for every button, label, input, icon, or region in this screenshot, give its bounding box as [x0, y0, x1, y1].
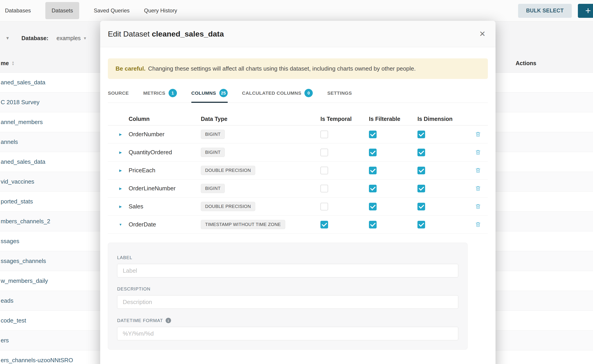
database-filter-label: Database: — [21, 35, 48, 41]
label-input[interactable] — [117, 264, 458, 277]
dataset-link[interactable]: aned_sales_data — [1, 79, 45, 86]
calculated-columns-count-badge: 0 — [304, 89, 313, 97]
plus-icon: + — [585, 5, 591, 16]
dataset-link[interactable]: code_test — [1, 317, 26, 324]
top-nav: Databases Datasets Saved Queries Query H… — [0, 0, 593, 21]
dataset-link[interactable]: C 2018 Survey — [1, 99, 40, 106]
nav-tab-query-history[interactable]: Query History — [144, 2, 177, 19]
column-editor-panel: LABEL DESCRIPTION DATETIME FORMAT i — [108, 243, 468, 350]
trash-icon[interactable] — [475, 221, 481, 228]
nav-tab-saved-queries[interactable]: Saved Queries — [94, 2, 130, 19]
column-name: OrderNumber — [129, 131, 201, 138]
is-temporal-checkbox[interactable] — [320, 130, 328, 138]
column-name: QuantityOrdered — [129, 149, 201, 156]
is-filterable-checkbox[interactable] — [369, 221, 377, 228]
name-header-label: me — [1, 60, 9, 66]
is-dimension-checkbox[interactable] — [417, 130, 425, 138]
dataset-link[interactable]: ssages_channels — [1, 258, 46, 265]
chevron-down-icon: ▾ — [84, 35, 86, 41]
label-field-group: LABEL — [117, 255, 458, 277]
close-icon[interactable]: ✕ — [479, 30, 486, 38]
label-field-label: LABEL — [117, 255, 458, 260]
trash-icon[interactable] — [475, 203, 481, 209]
tab-source[interactable]: SOURCE — [108, 89, 129, 103]
datetime-format-field-group: DATETIME FORMAT i — [117, 318, 458, 340]
column-row: ▶ OrderNumber BIGINT — [108, 125, 488, 143]
description-input[interactable] — [117, 295, 458, 309]
is-dimension-checkbox[interactable] — [417, 149, 425, 156]
dataset-link[interactable]: mbers_channels_2 — [1, 218, 50, 225]
dataset-name: cleaned_sales_data — [152, 30, 224, 38]
dataset-link[interactable]: ers — [1, 337, 9, 344]
trash-icon[interactable] — [475, 131, 481, 137]
add-dataset-button[interactable]: + — [578, 4, 593, 18]
data-type-pill: TIMESTAMP WITHOUT TIME ZONE — [201, 220, 285, 229]
modal-tabs: SOURCE METRICS 1 COLUMNS 25 CALCULATED C… — [108, 79, 488, 103]
name-column-header[interactable]: me ▲▼ — [1, 56, 14, 70]
is-filterable-checkbox[interactable] — [369, 203, 377, 210]
is-filterable-checkbox[interactable] — [369, 130, 377, 138]
tab-columns[interactable]: COLUMNS 25 — [191, 89, 228, 103]
chevron-down-icon[interactable]: ▾ — [6, 35, 9, 41]
is-dimension-checkbox[interactable] — [417, 221, 425, 228]
warning-text: Changing these settings will affect all … — [146, 65, 416, 72]
nav-tab-datasets[interactable]: Datasets — [45, 2, 79, 19]
expand-caret-icon[interactable]: ▶ — [119, 205, 122, 209]
collapse-caret-icon[interactable]: ▼ — [119, 223, 122, 227]
dataset-link[interactable]: eads — [1, 297, 13, 304]
info-icon[interactable]: i — [166, 318, 171, 323]
expand-caret-icon[interactable]: ▶ — [119, 187, 122, 191]
warning-banner: Be careful. Changing these settings will… — [108, 58, 488, 79]
columns-table-header: Column Data Type Is Temporal Is Filterab… — [108, 113, 488, 125]
column-name: Sales — [129, 203, 201, 210]
bulk-select-button[interactable]: BULK SELECT — [518, 4, 572, 18]
is-dimension-checkbox[interactable] — [417, 167, 425, 174]
warning-bold-text: Be careful. — [116, 65, 145, 72]
tab-settings[interactable]: SETTINGS — [327, 89, 352, 103]
dataset-link[interactable]: annel_members — [1, 119, 43, 126]
is-temporal-checkbox[interactable] — [320, 185, 328, 192]
dataset-link[interactable]: annels — [1, 138, 18, 145]
datetime-format-input[interactable] — [117, 327, 458, 340]
data-type-header: Data Type — [201, 116, 320, 122]
is-temporal-checkbox[interactable] — [320, 149, 328, 156]
metrics-count-badge: 1 — [169, 89, 177, 97]
is-temporal-header: Is Temporal — [320, 116, 369, 122]
is-temporal-checkbox[interactable] — [320, 203, 328, 210]
database-filter-select[interactable]: examples ▾ — [57, 35, 86, 41]
trash-icon[interactable] — [475, 167, 481, 173]
dataset-link[interactable]: aned_sales_data — [1, 158, 45, 165]
column-name: PriceEach — [129, 167, 201, 174]
trash-icon[interactable] — [475, 149, 481, 155]
is-temporal-checkbox[interactable] — [320, 167, 328, 174]
sort-icon: ▲▼ — [12, 61, 14, 66]
edit-dataset-modal: Edit Dataset cleaned_sales_data ✕ Be car… — [100, 21, 495, 364]
is-filterable-checkbox[interactable] — [369, 185, 377, 192]
actions-column-header: Actions — [516, 56, 536, 70]
data-type-pill: BIGINT — [201, 148, 225, 157]
is-filterable-checkbox[interactable] — [369, 149, 377, 156]
tab-calculated-columns[interactable]: CALCULATED COLUMNS 0 — [242, 89, 313, 103]
column-row: ▶ OrderLineNumber BIGINT — [108, 180, 488, 198]
column-name: OrderLineNumber — [129, 185, 201, 192]
expand-caret-icon[interactable]: ▶ — [119, 150, 122, 155]
is-dimension-checkbox[interactable] — [417, 203, 425, 210]
dataset-link[interactable]: ers_channels-uzooNNtSRO — [1, 357, 73, 364]
modal-header: Edit Dataset cleaned_sales_data ✕ — [100, 21, 495, 47]
is-dimension-checkbox[interactable] — [417, 185, 425, 192]
expand-caret-icon[interactable]: ▶ — [119, 169, 122, 173]
dataset-link[interactable]: w_members_daily — [1, 277, 48, 284]
modal-title: Edit Dataset cleaned_sales_data — [108, 30, 224, 38]
is-temporal-checkbox[interactable] — [320, 221, 328, 228]
trash-icon[interactable] — [475, 185, 481, 191]
tab-metrics[interactable]: METRICS 1 — [143, 89, 177, 103]
nav-tab-databases[interactable]: Databases — [5, 2, 31, 19]
column-row: ▶ QuantityOrdered BIGINT — [108, 143, 488, 162]
expand-caret-icon[interactable]: ▶ — [119, 132, 122, 136]
is-filterable-checkbox[interactable] — [369, 167, 377, 174]
dataset-link[interactable]: ssages — [1, 238, 19, 245]
datetime-format-field-label: DATETIME FORMAT i — [117, 318, 458, 323]
dataset-link[interactable]: ported_stats — [1, 198, 33, 205]
dataset-link[interactable]: vid_vaccines — [1, 178, 34, 185]
column-row: ▶ Sales DOUBLE PRECISION — [108, 198, 488, 216]
